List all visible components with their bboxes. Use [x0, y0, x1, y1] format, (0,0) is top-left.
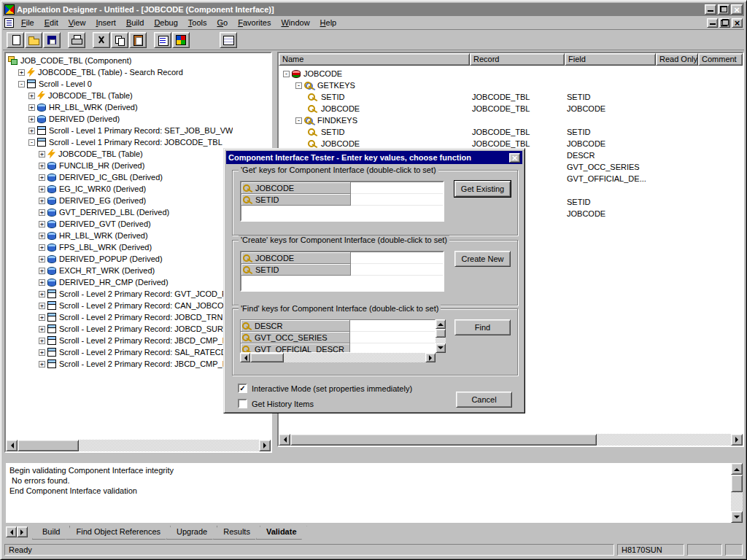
tree-item[interactable]: + JOBCODE_TBL (Table) — [6, 90, 271, 101]
key-value[interactable] — [351, 194, 443, 206]
expand-toggle[interactable]: + — [39, 326, 45, 332]
interactive-mode-checkbox[interactable]: ✓ Interactive Mode (set properties immed… — [238, 384, 412, 393]
expand-toggle[interactable]: + — [39, 361, 45, 368]
tree-item[interactable]: + HR_LBL_WRK (Derived) — [6, 101, 271, 113]
find-keys-list[interactable]: DESCR GVT_OCC_SERIES GVT_OFFICIAL_DESCR — [240, 319, 436, 353]
tree-item[interactable]: + Scroll - Level 1 Primary Record: SET_J… — [6, 125, 271, 136]
key-row[interactable]: JOBCODE — [241, 252, 443, 264]
scroll-up-button[interactable] — [731, 463, 743, 475]
key-row[interactable]: GVT_OFFICIAL_DESCR — [241, 343, 435, 353]
scrollbar-thumb[interactable] — [18, 440, 79, 451]
checkbox-box[interactable]: ✓ — [238, 384, 247, 393]
expand-toggle[interactable]: + — [39, 338, 45, 344]
expand-toggle[interactable]: - — [295, 82, 302, 89]
scroll-left-button[interactable] — [279, 434, 290, 446]
scrollbar-track[interactable] — [436, 329, 446, 343]
toolbar-button[interactable] — [220, 32, 237, 48]
mdi-minimize-button[interactable] — [707, 18, 718, 28]
expand-toggle[interactable]: + — [18, 69, 25, 76]
key-value[interactable] — [350, 343, 435, 353]
tree-item[interactable]: + DERIVED (Derived) — [6, 113, 271, 125]
scrollbar-thumb[interactable] — [250, 353, 284, 362]
key-value[interactable] — [350, 320, 435, 332]
menu-item[interactable]: Go — [212, 17, 233, 28]
expand-toggle[interactable]: + — [39, 151, 45, 158]
scroll-down-button[interactable] — [436, 343, 446, 353]
menu-item[interactable]: Help — [315, 17, 342, 28]
grid-row[interactable]: - GETKEYS — [279, 79, 743, 91]
column-header-name[interactable]: Name — [279, 53, 470, 66]
find-horizontal-scrollbar[interactable] — [240, 353, 436, 362]
key-row[interactable]: JOBCODE — [241, 182, 443, 194]
expand-toggle[interactable]: + — [39, 233, 45, 239]
close-button[interactable] — [731, 4, 743, 15]
expand-toggle[interactable]: - — [295, 117, 302, 124]
cancel-button[interactable]: Cancel — [456, 392, 512, 408]
expand-toggle[interactable]: + — [39, 198, 45, 204]
column-header-field[interactable]: Field — [565, 53, 656, 66]
tab-scroll-left-button[interactable] — [6, 526, 17, 537]
get-history-checkbox[interactable]: Get History Items — [238, 399, 314, 408]
scrollbar-thumb[interactable] — [290, 434, 597, 446]
expand-toggle[interactable]: - — [283, 71, 290, 77]
expand-toggle[interactable]: + — [39, 244, 45, 251]
tab-scroll-right-button[interactable] — [17, 526, 28, 537]
expand-toggle[interactable]: + — [39, 291, 45, 298]
output-tab[interactable]: Build — [32, 526, 70, 540]
expand-toggle[interactable]: - — [18, 81, 25, 88]
scrollbar-track[interactable] — [250, 353, 425, 362]
tree-horizontal-scrollbar[interactable] — [6, 440, 271, 451]
scrollbar-track[interactable] — [731, 475, 743, 511]
menu-item[interactable]: Window — [276, 17, 314, 28]
menu-item[interactable]: Build — [121, 17, 149, 28]
mdi-restore-button[interactable] — [719, 18, 730, 28]
scroll-left-button[interactable] — [6, 440, 18, 451]
column-header-record[interactable]: Record — [470, 53, 565, 66]
menu-item[interactable]: Insert — [90, 17, 121, 28]
output-vertical-scrollbar[interactable] — [731, 463, 743, 523]
expand-toggle[interactable]: + — [28, 93, 35, 99]
document-icon[interactable] — [4, 18, 14, 28]
toolbar-button[interactable] — [154, 32, 171, 48]
toolbar-button[interactable] — [93, 32, 110, 48]
expand-toggle[interactable]: + — [28, 104, 35, 111]
grid-horizontal-scrollbar[interactable] — [279, 434, 743, 446]
key-value[interactable] — [351, 252, 443, 264]
grid-row[interactable]: - FINDKEYS — [279, 114, 743, 126]
scroll-right-button[interactable] — [259, 440, 271, 451]
tree-item[interactable]: JOB_CODE_TBL (Component) — [6, 55, 271, 66]
column-header-comment[interactable]: Comment — [698, 53, 743, 66]
key-row[interactable]: SETID — [241, 264, 443, 276]
expand-toggle[interactable]: + — [28, 116, 35, 122]
key-row[interactable]: SETID — [241, 194, 443, 206]
key-value[interactable] — [351, 264, 443, 276]
toolbar-button[interactable] — [111, 32, 128, 48]
grid-row[interactable]: - JOBCODE — [279, 68, 743, 79]
find-button[interactable]: Find — [454, 319, 511, 335]
scroll-right-button[interactable] — [425, 353, 436, 362]
tree-item[interactable]: - Scroll - Level 1 Primary Record: JOBCO… — [6, 136, 271, 148]
find-vertical-scrollbar[interactable] — [436, 319, 446, 353]
scrollbar-track[interactable] — [18, 440, 259, 451]
get-keys-list[interactable]: JOBCODE SETID — [240, 181, 444, 222]
output-tab[interactable]: Find Object References — [66, 526, 171, 540]
tree-item[interactable]: + JOBCODE_TBL (Table) - Search Record — [6, 66, 271, 78]
create-keys-list[interactable]: JOBCODE SETID — [240, 251, 444, 292]
scroll-right-button[interactable] — [731, 434, 743, 446]
expand-toggle[interactable]: + — [39, 163, 45, 169]
expand-toggle[interactable]: + — [39, 221, 45, 228]
toolbar-button[interactable] — [43, 32, 61, 48]
expand-toggle[interactable]: - — [28, 139, 35, 146]
grid-row[interactable]: SETID JOBCODE_TBL SETID — [279, 91, 743, 103]
expand-toggle[interactable]: + — [39, 268, 45, 274]
toolbar-button[interactable] — [129, 32, 147, 48]
checkbox-box[interactable] — [238, 399, 247, 408]
output-tab[interactable]: Upgrade — [166, 526, 217, 540]
menu-item[interactable]: Tools — [183, 17, 212, 28]
toolbar-button[interactable] — [7, 32, 24, 48]
output-tab[interactable]: Validate — [256, 526, 307, 540]
key-row[interactable]: DESCR — [241, 320, 435, 332]
key-value[interactable] — [351, 182, 443, 194]
expand-toggle[interactable]: + — [39, 256, 45, 262]
toolbar-button[interactable] — [68, 32, 85, 48]
